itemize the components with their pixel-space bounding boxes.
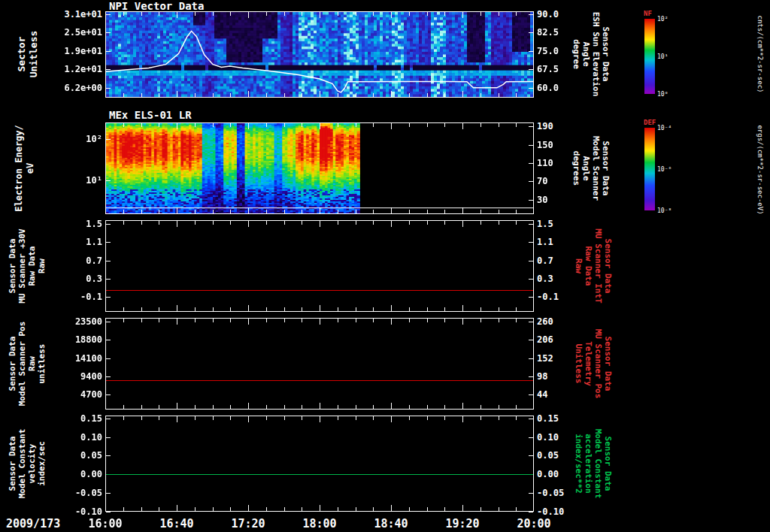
y-tick-label: 18800 <box>44 334 102 345</box>
x-tick-mark <box>462 91 463 97</box>
x-tick-mark <box>391 403 392 409</box>
x-tick-mark <box>159 319 159 322</box>
y-tick-mark <box>106 242 111 243</box>
x-tick-mark <box>302 507 302 511</box>
x-tick-mark <box>284 210 285 213</box>
x-tick-mark <box>320 416 320 422</box>
x-tick-mark <box>480 507 481 511</box>
y-tick-mark <box>106 88 111 89</box>
x-tick-mark <box>356 221 356 225</box>
y-tick-mark <box>106 224 111 225</box>
x-tick-mark <box>516 507 517 511</box>
x-tick-mark <box>480 12 481 16</box>
x-tick-mark <box>480 405 481 409</box>
y-tick-label: 10¹ <box>44 175 102 186</box>
x-tick-mark <box>480 221 481 225</box>
x-tick-mark <box>230 93 231 97</box>
y-tick-label: -0.1 <box>44 292 102 302</box>
x-tick-mark <box>444 307 445 311</box>
x-tick-mark <box>141 507 142 511</box>
x-tick-mark <box>480 123 481 127</box>
x-tick-mark <box>266 123 267 127</box>
x-tick-mark <box>391 416 392 422</box>
y-tick-mark <box>529 224 533 225</box>
x-tick-mark <box>462 123 463 129</box>
x-tick-mark <box>499 405 499 409</box>
x-tick-mark <box>230 319 231 322</box>
x-tick-mark <box>141 93 142 97</box>
colorbar-tick-label: 10¹ <box>657 53 668 60</box>
x-tick-mark <box>427 221 428 225</box>
x-tick-mark <box>177 12 177 18</box>
x-tick-mark <box>320 12 320 18</box>
x-tick-mark <box>391 319 392 325</box>
x-tick-mark <box>230 12 231 16</box>
x-tick-mark <box>320 319 320 325</box>
y-tick-mark <box>529 163 533 164</box>
x-tick-mark <box>159 210 159 213</box>
x-tick-mark <box>338 507 338 511</box>
x-tick-mark <box>373 307 374 311</box>
x-tick-mark <box>409 12 410 16</box>
date-label: 2009/173 <box>6 517 60 530</box>
y-tick-mark <box>529 394 533 395</box>
plot-area-model-constant <box>105 416 534 512</box>
x-tick-mark <box>159 307 159 311</box>
x-tick-label: 18:40 <box>368 517 414 530</box>
x-tick-mark <box>141 210 142 213</box>
els-spectrogram-canvas <box>106 123 533 213</box>
x-tick-mark <box>320 305 320 311</box>
y-tick-mark <box>529 145 533 146</box>
x-tick-mark <box>302 123 302 127</box>
x-tick-mark <box>499 221 499 225</box>
x-tick-mark <box>141 416 142 420</box>
x-tick-mark <box>427 319 428 322</box>
x-tick-mark <box>177 305 177 311</box>
x-tick-mark <box>213 416 214 420</box>
y-axis-label-left-npi: Sector Unitless <box>16 11 40 98</box>
y-tick-mark <box>529 340 533 340</box>
x-tick-mark <box>302 210 302 213</box>
y-axis-label-left-mu-scanner-30v: Sensor Data MU Scanner +30V Raw Data Raw <box>8 219 47 313</box>
y-tick-label: 30 <box>537 195 585 205</box>
x-tick-mark <box>462 319 463 325</box>
y-tick-mark <box>529 376 533 377</box>
y-tick-mark <box>106 419 111 419</box>
x-tick-mark <box>356 416 356 420</box>
x-tick-mark <box>391 12 392 18</box>
x-tick-mark <box>230 123 231 127</box>
y-tick-label: 3.1e+01 <box>44 9 102 20</box>
x-tick-mark <box>320 207 320 213</box>
y-tick-mark <box>529 455 533 456</box>
x-tick-mark <box>177 505 177 511</box>
colorbar-nf <box>644 19 655 94</box>
x-tick-mark <box>123 93 124 97</box>
x-tick-mark <box>480 319 481 322</box>
x-tick-mark <box>141 307 142 311</box>
x-tick-mark <box>462 12 463 18</box>
x-tick-mark <box>195 319 196 322</box>
y-tick-label: 1.2e+01 <box>44 64 102 74</box>
x-tick-mark <box>284 123 285 127</box>
y-tick-label: 44 <box>537 389 585 400</box>
x-tick-mark <box>516 307 517 311</box>
x-tick-mark <box>427 93 428 97</box>
x-tick-mark <box>516 221 517 225</box>
x-tick-mark <box>195 405 196 409</box>
x-tick-mark <box>213 210 214 213</box>
x-tick-mark <box>338 123 338 127</box>
x-tick-mark <box>320 403 320 409</box>
x-tick-mark <box>338 307 338 311</box>
x-tick-mark <box>444 123 445 127</box>
x-tick-mark <box>248 207 249 213</box>
x-tick-mark <box>141 221 142 225</box>
x-tick-mark <box>320 505 320 511</box>
x-tick-mark <box>266 210 267 213</box>
colorbar-tick-label: 10⁻⁸ <box>657 207 671 214</box>
y-tick-mark <box>529 512 533 512</box>
x-tick-label: 16:40 <box>154 517 199 530</box>
x-tick-mark <box>444 210 445 213</box>
x-tick-mark <box>177 319 177 325</box>
x-tick-mark <box>516 210 517 213</box>
x-tick-mark <box>266 12 267 16</box>
